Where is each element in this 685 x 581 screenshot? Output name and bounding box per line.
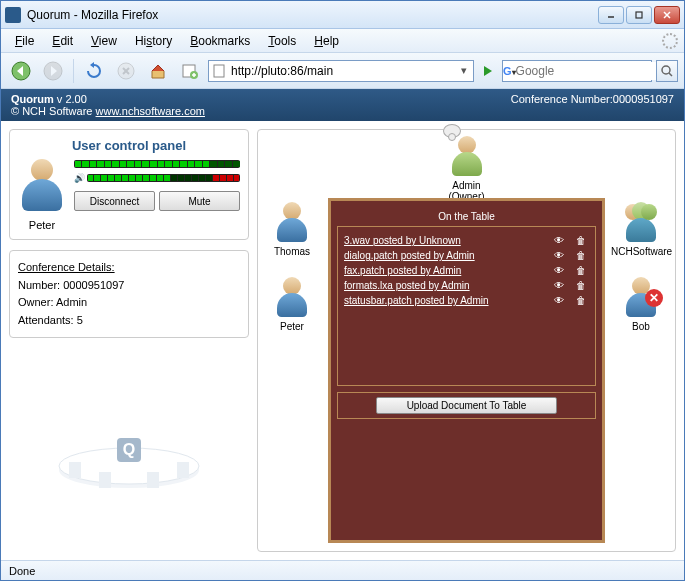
app-name: Quorum — [11, 93, 54, 105]
details-header: Conference Details: — [18, 259, 240, 277]
view-icon[interactable]: 👁 — [551, 250, 567, 261]
details-number-label: Number: — [18, 279, 60, 291]
participant-peter[interactable]: Peter — [262, 275, 322, 332]
page-icon — [211, 63, 227, 79]
new-tab-button[interactable] — [176, 57, 204, 85]
stop-button[interactable] — [112, 57, 140, 85]
details-number: 0000951097 — [63, 279, 124, 291]
url-bar[interactable]: ▾ — [208, 60, 474, 82]
throbber-icon — [662, 33, 678, 49]
svg-rect-22 — [99, 472, 111, 488]
vendor-link[interactable]: www.nchsoftware.com — [96, 105, 205, 117]
conf-number-label: Conference Number: — [511, 93, 613, 105]
svg-line-15 — [669, 73, 672, 76]
avatar-self — [18, 157, 66, 217]
app-header: Quorum v 2.00 © NCH Software www.nchsoft… — [1, 89, 684, 121]
avatar-icon — [274, 275, 310, 321]
user-control-panel: User control panel Peter 🔊 Disconnect Mu… — [9, 129, 249, 240]
view-icon[interactable]: 👁 — [551, 265, 567, 276]
maximize-button[interactable] — [626, 6, 652, 24]
mute-button[interactable]: Mute — [159, 191, 240, 211]
svg-rect-1 — [636, 12, 642, 18]
ucp-title: User control panel — [18, 138, 240, 153]
home-button[interactable] — [144, 57, 172, 85]
delete-icon[interactable]: 🗑 — [573, 295, 589, 306]
avatar-icon: ✕ — [623, 275, 659, 321]
disconnect-button[interactable]: Disconnect — [74, 191, 155, 211]
back-button[interactable] — [7, 57, 35, 85]
table-title: On the Table — [337, 207, 596, 226]
delete-icon[interactable]: 🗑 — [573, 280, 589, 291]
app-version: v 2.00 — [57, 93, 87, 105]
reload-button[interactable] — [80, 57, 108, 85]
file-list: 3.wav posted by Unknown👁🗑 dialog.patch p… — [337, 226, 596, 386]
participant-bob[interactable]: ✕ Bob — [611, 275, 671, 332]
participant-label: Thomas — [262, 246, 322, 257]
level-meter-in — [87, 174, 240, 182]
url-input[interactable] — [231, 62, 457, 80]
upload-button[interactable]: Upload Document To Table — [376, 397, 558, 414]
file-row: statusbar.patch posted by Admin👁🗑 — [344, 293, 589, 308]
file-row: fax.patch posted by Admin👁🗑 — [344, 263, 589, 278]
url-dropdown-icon[interactable]: ▾ — [457, 64, 471, 77]
search-input[interactable] — [516, 62, 666, 80]
details-owner-label: Owner: — [18, 296, 53, 308]
delete-icon[interactable]: 🗑 — [573, 250, 589, 261]
file-row: formats.lxa posted by Admin👁🗑 — [344, 278, 589, 293]
participant-nchsoftware[interactable]: NCHSoftware — [611, 200, 671, 257]
search-button[interactable] — [656, 60, 678, 82]
titlebar: Quorum - Mozilla Firefox — [1, 1, 684, 29]
participant-label: Bob — [611, 321, 671, 332]
svg-point-14 — [662, 66, 670, 74]
menu-edit[interactable]: Edit — [44, 32, 81, 50]
window-title: Quorum - Mozilla Firefox — [27, 8, 598, 22]
details-attend: 5 — [77, 314, 83, 326]
forward-button[interactable] — [39, 57, 67, 85]
copyright: © NCH Software — [11, 105, 92, 117]
avatar-icon — [274, 200, 310, 246]
menu-help[interactable]: Help — [306, 32, 347, 50]
file-link[interactable]: 3.wav posted by Unknown — [344, 235, 545, 246]
participant-admin[interactable]: Admin (Owner) — [437, 134, 497, 202]
conference-details: Conference Details: Number: 0000951097 O… — [9, 250, 249, 338]
view-icon[interactable]: 👁 — [551, 235, 567, 246]
participant-thomas[interactable]: Thomas — [262, 200, 322, 257]
file-link[interactable]: dialog.patch posted by Admin — [344, 250, 545, 261]
svg-text:Q: Q — [123, 441, 135, 458]
svg-rect-13 — [214, 65, 224, 77]
menu-bookmarks[interactable]: Bookmarks — [182, 32, 258, 50]
details-owner: Admin — [56, 296, 87, 308]
file-link[interactable]: fax.patch posted by Admin — [344, 265, 545, 276]
conference-view: Admin (Owner) Thomas Peter NCHSoftware ✕… — [257, 129, 676, 552]
menu-view[interactable]: View — [83, 32, 125, 50]
svg-rect-20 — [69, 462, 81, 478]
menu-file[interactable]: File — [7, 32, 42, 50]
app-icon — [5, 7, 21, 23]
delete-icon[interactable]: 🗑 — [573, 265, 589, 276]
self-name: Peter — [18, 219, 66, 231]
menubar: File Edit View History Bookmarks Tools H… — [1, 29, 684, 53]
view-icon[interactable]: 👁 — [551, 295, 567, 306]
status-text: Done — [9, 565, 35, 577]
level-meter-out — [74, 160, 240, 168]
file-link[interactable]: statusbar.patch posted by Admin — [344, 295, 545, 306]
minimize-button[interactable] — [598, 6, 624, 24]
close-button[interactable] — [654, 6, 680, 24]
remove-icon: ✕ — [645, 289, 663, 307]
menu-tools[interactable]: Tools — [260, 32, 304, 50]
go-button[interactable] — [478, 61, 498, 81]
participant-label: Peter — [262, 321, 322, 332]
avatar-icon — [449, 134, 485, 180]
details-attend-label: Attendants: — [18, 314, 74, 326]
svg-rect-23 — [147, 472, 159, 488]
search-box[interactable]: G▾ — [502, 60, 652, 82]
meeting-illustration: Q — [9, 348, 249, 552]
svg-rect-21 — [177, 462, 189, 478]
view-icon[interactable]: 👁 — [551, 280, 567, 291]
menu-history[interactable]: History — [127, 32, 180, 50]
conf-number: 0000951097 — [613, 93, 674, 105]
participant-label: NCHSoftware — [611, 246, 671, 257]
file-link[interactable]: formats.lxa posted by Admin — [344, 280, 545, 291]
google-icon: G▾ — [503, 65, 516, 77]
delete-icon[interactable]: 🗑 — [573, 235, 589, 246]
